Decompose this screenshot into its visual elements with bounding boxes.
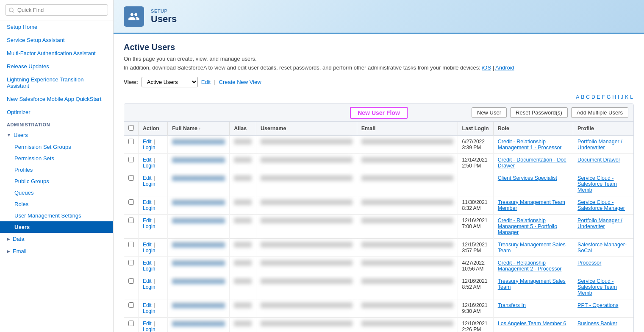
role-link[interactable]: Treasury Management Sales Team [498,242,566,254]
sidebar-expandable-data-parent[interactable]: ▶Data [0,233,113,245]
login-link-row[interactable]: Login [143,308,155,314]
alpha-I[interactable]: I [618,94,619,100]
alpha-G[interactable]: G [607,94,611,100]
edit-link-row[interactable]: Edit [143,175,152,181]
row-checkbox[interactable] [128,278,134,284]
edit-link-row[interactable]: Edit [143,278,152,284]
profile-link[interactable]: Business Banker [577,321,617,326]
row-checkbox[interactable] [128,302,134,308]
role-link[interactable]: Treasury Management Sales Team [498,278,566,290]
login-link-row[interactable]: Login [143,205,155,211]
profile-link[interactable]: Salesforce Manager-SoCal [577,242,627,254]
role-link[interactable]: Credit - Relationship Management 1 - Pro… [498,139,562,151]
profile-link[interactable]: Portfolio Manager / Underwriter [577,139,622,151]
alpha-A[interactable]: A [576,94,579,100]
sidebar-sub-permission-sets[interactable]: Permission Sets [0,153,113,164]
edit-link-row[interactable]: Edit [143,199,152,205]
row-checkbox[interactable] [128,260,134,265]
role-link[interactable]: Client Services Specialist [498,175,557,181]
profile-link[interactable]: PPT - Operations [577,302,618,308]
alpha-J[interactable]: J [621,94,623,100]
reset-passwords-button[interactable]: Reset Password(s) [510,107,568,118]
login-link-row[interactable]: Login [143,248,155,254]
profile-link[interactable]: Portfolio Manager / Underwriter [577,218,622,229]
edit-link-row[interactable]: Edit [143,302,152,308]
alpha-C[interactable]: C [586,94,590,100]
login-link-row[interactable]: Login [143,326,155,332]
sidebar-sub-roles[interactable]: Roles [0,198,113,210]
sidebar-sub-queues[interactable]: Queues [0,187,113,198]
role-link[interactable]: Credit - Relationship Management 5 - Por… [498,218,557,235]
edit-link-row[interactable]: Edit [143,157,152,163]
fullname-value[interactable]: XXXXXXXXXXXXXXX [172,302,225,308]
sidebar-sub-user-management-settings[interactable]: User Management Settings [0,210,113,221]
ios-link[interactable]: iOS [482,64,491,71]
row-checkbox[interactable] [128,199,134,205]
login-link-row[interactable]: Login [143,163,155,169]
login-link-row[interactable]: Login [143,284,155,290]
fullname-value[interactable]: XXXXXXXXXXXXXXX [172,175,225,181]
role-link[interactable]: Treasury Management Team Member [498,199,565,211]
sidebar-item-mfa-assistant[interactable]: Multi-Factor Authentication Assistant [0,47,113,60]
edit-link-row[interactable]: Edit [143,218,152,223]
row-checkbox[interactable] [128,139,134,144]
sidebar-sub-public-groups[interactable]: Public Groups [0,176,113,187]
sidebar-item-mobile-quickstart[interactable]: New Salesforce Mobile App QuickStart [0,92,113,106]
row-checkbox[interactable] [128,218,134,223]
fullname-value[interactable]: XXXXXXXXXXXXXXX [172,321,225,326]
alpha-L[interactable]: L [630,94,633,100]
row-checkbox[interactable] [128,242,134,247]
sidebar-sub-profiles[interactable]: Profiles [0,164,113,176]
fullname-value[interactable]: XXXXXXXXXXXXXXX [172,139,225,145]
alpha-B[interactable]: B [581,94,584,100]
sidebar-sub-permission-set-groups[interactable]: Permission Set Groups [0,141,113,153]
edit-link[interactable]: Edit [201,79,211,85]
alpha-F[interactable]: F [602,94,605,100]
sidebar-item-lightning-transition[interactable]: Lightning Experience Transition Assistan… [0,73,113,92]
profile-link[interactable]: Service Cloud - Salesforce Team Memb [577,175,617,193]
android-link[interactable]: Android [495,64,514,71]
login-link-row[interactable]: Login [143,145,155,151]
profile-link[interactable]: Service Cloud - Salesforce Team Memb [577,278,617,296]
alpha-K[interactable]: K [625,94,628,100]
edit-link-row[interactable]: Edit [143,321,152,326]
sidebar-expandable-email-parent[interactable]: ▶Email [0,245,113,257]
alpha-D[interactable]: D [591,94,595,100]
sidebar-item-release-updates[interactable]: Release Updates [0,60,113,73]
view-select[interactable]: Active UsersAll UsersInactive Users [142,77,198,87]
sidebar-sub-users-child[interactable]: Users [0,221,113,233]
login-link-row[interactable]: Login [143,266,155,272]
add-multiple-users-button[interactable]: Add Multiple Users [571,107,628,118]
role-link[interactable]: Credit - Documentation - Doc Drawer [498,157,566,169]
profile-link[interactable]: Processor [577,260,601,266]
create-new-view-link[interactable]: Create New View [219,79,261,85]
alpha-E[interactable]: E [597,94,600,100]
role-link[interactable]: Transfers In [498,302,526,308]
fullname-value[interactable]: XXXXXXXXXXXXXXX [172,278,225,284]
login-link-row[interactable]: Login [143,181,155,187]
role-link[interactable]: Los Angeles Team Member 6 [498,321,566,326]
row-checkbox[interactable] [128,175,134,181]
edit-link-row[interactable]: Edit [143,139,152,145]
row-checkbox[interactable] [128,321,134,326]
login-link-row[interactable]: Login [143,223,155,229]
col-header-fullname[interactable]: Full Name↑ [168,122,230,136]
select-all-checkbox[interactable] [128,125,134,131]
fullname-value[interactable]: XXXXXXXXXXXXXXX [172,218,225,223]
role-link[interactable]: Credit - Relationship Management 2 - Pro… [498,260,562,272]
sidebar-item-service-setup-assistant[interactable]: Service Setup Assistant [0,33,113,47]
fullname-value[interactable]: XXXXXXXXXXXXXXX [172,260,225,266]
edit-link-row[interactable]: Edit [143,260,152,266]
quick-find-input[interactable] [5,4,108,16]
sidebar-expandable-users-parent[interactable]: ▼Users [0,129,113,141]
alpha-H[interactable]: H [612,94,616,100]
edit-link-row[interactable]: Edit [143,242,152,248]
sidebar-item-setup-home[interactable]: Setup Home [0,20,113,33]
profile-link[interactable]: Document Drawer [577,157,620,163]
fullname-value[interactable]: XXXXXXXXXXXXXXX [172,242,225,248]
profile-link[interactable]: Service Cloud - Salesforce Manager [577,199,625,211]
sidebar-item-optimizer[interactable]: Optimizer [0,106,113,119]
row-checkbox[interactable] [128,157,134,162]
fullname-value[interactable]: XXXXXXXXXXXXXXX [172,199,225,205]
fullname-value[interactable]: XXXXXXXXXXXXXXX [172,157,225,163]
